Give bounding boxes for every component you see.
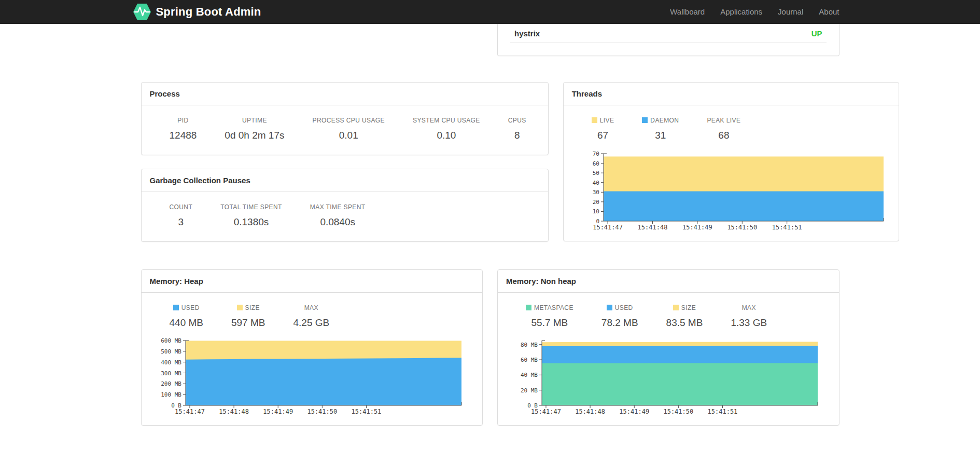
used-legend-swatch — [173, 305, 179, 310]
metric-gc-max-time: MAX TIME SPENT 0.0840s — [296, 203, 380, 228]
svg-text:40 MB: 40 MB — [521, 372, 538, 378]
nav-item-about[interactable]: About — [819, 7, 839, 16]
svg-text:30: 30 — [592, 189, 599, 196]
svg-text:20: 20 — [592, 199, 599, 206]
memory-heap-metrics: USED 440 MB SIZE 597 MB MAX 4.25 GB — [149, 304, 475, 329]
live-legend-swatch — [592, 117, 597, 123]
svg-text:100 MB: 100 MB — [161, 391, 181, 398]
metric-gc-count: COUNT 3 — [156, 203, 207, 228]
threads-card: Threads LIVE 67 DAEMON 31 PEAK LIVE 68 — [563, 82, 899, 241]
threads-metrics: LIVE 67 DAEMON 31 PEAK LIVE 68 — [571, 117, 891, 141]
brand-link[interactable]: Spring Boot Admin — [133, 3, 261, 21]
nav-links: Wallboard Applications Journal About — [670, 7, 839, 17]
svg-text:20 MB: 20 MB — [521, 387, 538, 394]
svg-text:15:41:50: 15:41:50 — [663, 408, 693, 415]
svg-text:15:41:48: 15:41:48 — [575, 408, 605, 415]
gc-card: Garbage Collection Pauses COUNT 3 TOTAL … — [141, 169, 549, 242]
svg-text:600 MB: 600 MB — [161, 337, 181, 344]
memory-nonheap-card-title: Memory: Non heap — [498, 270, 839, 293]
brand-title: Spring Boot Admin — [156, 5, 261, 19]
svg-text:15:41:48: 15:41:48 — [637, 224, 667, 231]
metric-threads-peak-live: PEAK LIVE 68 — [693, 117, 754, 141]
daemon-legend-swatch — [642, 117, 648, 123]
application-name: hystrix — [514, 29, 540, 38]
threads-card-title: Threads — [564, 83, 899, 105]
svg-text:15:41:49: 15:41:49 — [619, 408, 649, 415]
metric-gc-total-time: TOTAL TIME SPENT 0.1380s — [206, 203, 296, 228]
svg-text:15:41:49: 15:41:49 — [682, 224, 712, 231]
spring-boot-admin-logo-icon — [133, 3, 151, 21]
svg-text:60 MB: 60 MB — [521, 357, 538, 363]
svg-text:15:41:50: 15:41:50 — [727, 224, 757, 231]
svg-text:200 MB: 200 MB — [161, 380, 181, 387]
metric-nonheap-max: MAX 1.33 GB — [717, 304, 781, 329]
svg-text:80 MB: 80 MB — [521, 342, 538, 348]
process-card-title: Process — [142, 83, 548, 105]
metric-heap-max: MAX 4.25 GB — [279, 304, 343, 329]
nav-item-wallboard[interactable]: Wallboard — [670, 7, 705, 16]
threads-chart: 01020304050607015:41:4715:41:4815:41:491… — [577, 148, 888, 237]
svg-text:50: 50 — [592, 170, 599, 176]
metric-nonheap-size: SIZE 83.5 MB — [652, 304, 717, 329]
svg-text:15:41:51: 15:41:51 — [772, 224, 802, 231]
svg-text:15:41:51: 15:41:51 — [351, 408, 381, 415]
metric-uptime: UPTIME 0d 0h 2m 17s — [211, 117, 298, 141]
size-legend-swatch — [237, 305, 243, 310]
memory-nonheap-card: Memory: Non heap METASPACE 55.7 MB USED … — [497, 269, 839, 426]
metric-nonheap-metaspace: METASPACE 55.7 MB — [512, 304, 587, 329]
svg-text:400 MB: 400 MB — [161, 359, 181, 366]
svg-text:40: 40 — [592, 180, 599, 186]
metric-heap-size: SIZE 597 MB — [217, 304, 279, 329]
application-status-card: hystrix UP — [497, 24, 839, 56]
gc-card-title: Garbage Collection Pauses — [142, 169, 548, 192]
svg-text:70: 70 — [592, 151, 599, 157]
metric-process-cpu-usage: PROCESS CPU USAGE 0.01 — [298, 117, 399, 141]
used-legend-swatch — [607, 305, 612, 310]
status-badge: UP — [811, 29, 822, 38]
memory-heap-card-title: Memory: Heap — [142, 270, 483, 293]
metric-system-cpu-usage: SYSTEM CPU USAGE 0.10 — [399, 117, 494, 141]
metric-nonheap-used: USED 78.2 MB — [587, 304, 652, 329]
memory-heap-chart: 0 B100 MB200 MB300 MB400 MB500 MB600 MB1… — [155, 336, 466, 421]
metric-pid: PID 12488 — [156, 117, 211, 141]
row-application-status: hystrix UP — [141, 24, 839, 56]
svg-text:15:41:50: 15:41:50 — [307, 408, 337, 415]
metric-threads-daemon: DAEMON 31 — [628, 117, 693, 141]
metric-cpus: CPUS 8 — [494, 117, 540, 141]
svg-text:15:41:47: 15:41:47 — [593, 224, 623, 231]
svg-text:15:41:47: 15:41:47 — [531, 408, 561, 415]
navbar: Spring Boot Admin Wallboard Applications… — [0, 0, 980, 24]
memory-nonheap-metrics: METASPACE 55.7 MB USED 78.2 MB SIZE 83.5… — [506, 304, 831, 329]
svg-text:15:41:49: 15:41:49 — [263, 408, 293, 415]
size-legend-swatch — [673, 305, 679, 310]
svg-text:15:41:48: 15:41:48 — [219, 408, 249, 415]
metric-heap-used: USED 440 MB — [156, 304, 217, 329]
memory-heap-card: Memory: Heap USED 440 MB SIZE 597 MB MAX… — [141, 269, 483, 426]
process-metrics: PID 12488 UPTIME 0d 0h 2m 17s PROCESS CP… — [149, 117, 540, 141]
svg-text:15:41:51: 15:41:51 — [708, 408, 738, 415]
memory-nonheap-chart: 0 B20 MB40 MB60 MB80 MB15:41:4715:41:481… — [511, 336, 822, 421]
nav-item-applications[interactable]: Applications — [720, 7, 762, 16]
metaspace-legend-swatch — [526, 305, 531, 310]
svg-text:10: 10 — [592, 208, 599, 215]
svg-text:500 MB: 500 MB — [161, 348, 181, 355]
process-card: Process PID 12488 UPTIME 0d 0h 2m 17s PR… — [141, 82, 549, 155]
metric-threads-live: LIVE 67 — [578, 117, 628, 141]
gc-metrics: COUNT 3 TOTAL TIME SPENT 0.1380s MAX TIM… — [149, 203, 540, 228]
application-row[interactable]: hystrix UP — [498, 24, 839, 43]
svg-text:60: 60 — [592, 160, 599, 167]
nav-item-journal[interactable]: Journal — [778, 7, 803, 16]
svg-text:300 MB: 300 MB — [161, 370, 181, 377]
svg-text:15:41:47: 15:41:47 — [175, 408, 205, 415]
